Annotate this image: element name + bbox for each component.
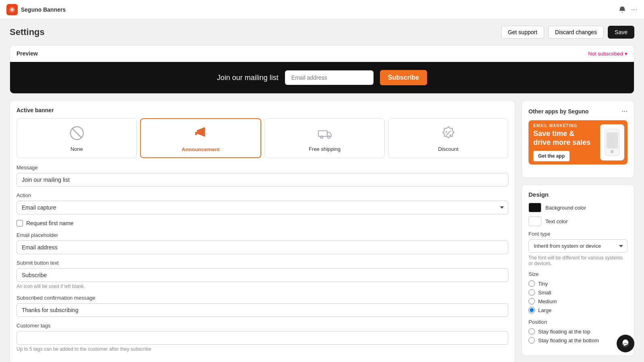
background-color-swatch[interactable] bbox=[528, 203, 541, 212]
preview-banner-text: Join our mailing list bbox=[217, 74, 279, 82]
size-group: Size Tiny Small Medium bbox=[528, 271, 627, 313]
banner-option-none[interactable]: None bbox=[17, 118, 137, 158]
main-content: Preview Not subscribed ▾ Join our mailin… bbox=[0, 45, 644, 362]
discard-changes-button[interactable]: Discard changes bbox=[548, 26, 604, 39]
customer-tags-input[interactable] bbox=[17, 331, 508, 345]
size-small-label[interactable]: Small bbox=[538, 290, 551, 296]
request-first-name-label[interactable]: Request first name bbox=[26, 220, 74, 226]
app-icon bbox=[6, 4, 18, 15]
message-input[interactable] bbox=[17, 173, 508, 187]
position-bottom-radio[interactable] bbox=[528, 337, 535, 343]
page-title: Settings bbox=[10, 27, 45, 37]
size-medium-radio[interactable] bbox=[528, 298, 535, 304]
left-column: Active banner None bbox=[10, 100, 515, 362]
svg-point-14 bbox=[625, 343, 626, 344]
size-tiny-option: Tiny bbox=[528, 280, 627, 287]
preview-email-input[interactable] bbox=[285, 70, 374, 85]
not-subscribed-button[interactable]: Not subscribed ▾ bbox=[588, 51, 627, 57]
get-support-button[interactable]: Get support bbox=[501, 26, 544, 39]
more-options-icon[interactable]: ··· bbox=[631, 6, 638, 13]
email-placeholder-input[interactable] bbox=[17, 241, 508, 254]
ads-banner: EMAIL MARKETING Save time & drive more s… bbox=[528, 120, 627, 165]
preview-header: Preview Not subscribed ▾ bbox=[10, 45, 634, 62]
font-type-group: Font type Inherit from system or device … bbox=[528, 231, 627, 266]
subscribed-confirmation-input[interactable] bbox=[17, 303, 508, 317]
size-small-radio[interactable] bbox=[528, 289, 535, 296]
text-color-label: Text color bbox=[545, 218, 568, 224]
size-large-label[interactable]: Large bbox=[538, 307, 551, 313]
request-first-name-group: Request first name bbox=[17, 220, 508, 226]
banner-option-free-shipping-label: Free shipping bbox=[309, 146, 341, 152]
banner-options: None Announcement bbox=[17, 118, 508, 158]
not-subscribed-label: Not subscribed bbox=[588, 51, 623, 57]
chevron-down-icon: ▾ bbox=[625, 51, 627, 57]
position-radio-group: Stay floating at the top Stay floating a… bbox=[528, 328, 627, 343]
notification-icon[interactable] bbox=[618, 6, 626, 14]
size-tiny-radio[interactable] bbox=[528, 280, 535, 287]
submit-button-text-input[interactable] bbox=[17, 268, 508, 282]
svg-rect-3 bbox=[318, 131, 327, 136]
free-shipping-icon bbox=[315, 123, 334, 143]
customer-tags-hint: Up to 5 tags can be added to the custome… bbox=[17, 346, 508, 352]
position-top-radio[interactable] bbox=[528, 328, 535, 335]
customer-tags-group: Customer tags Up to 5 tags can be added … bbox=[17, 323, 508, 352]
ads-headline: Save time & drive more sales bbox=[533, 130, 592, 147]
top-nav: Seguno Banners ··· bbox=[0, 0, 644, 19]
font-type-select[interactable]: Inherit from system or device Sans-serif… bbox=[528, 239, 627, 253]
message-label: Message bbox=[17, 165, 508, 171]
text-color-swatch[interactable] bbox=[528, 216, 541, 226]
ads-content: EMAIL MARKETING Save time & drive more s… bbox=[528, 120, 597, 165]
position-bottom-label[interactable]: Stay floating at the bottom bbox=[538, 337, 599, 343]
banner-option-announcement-label: Announcement bbox=[182, 146, 220, 152]
svg-point-4 bbox=[320, 136, 323, 138]
svg-point-6 bbox=[446, 131, 447, 133]
header-actions: Get support Discard changes Save bbox=[501, 26, 634, 39]
banner-option-free-shipping[interactable]: Free shipping bbox=[264, 118, 385, 158]
position-bottom-option: Stay floating at the bottom bbox=[528, 337, 627, 343]
message-group: Message bbox=[17, 165, 508, 187]
ads-get-app-button[interactable]: Get the app bbox=[533, 151, 570, 161]
preview-label: Preview bbox=[17, 50, 38, 57]
email-placeholder-group: Email placeholder bbox=[17, 232, 508, 254]
banner-option-discount[interactable]: Discount bbox=[388, 118, 508, 158]
size-medium-label[interactable]: Medium bbox=[538, 298, 557, 304]
banner-option-discount-label: Discount bbox=[438, 146, 458, 152]
preview-banner: Join our mailing list Subscribe bbox=[10, 62, 634, 93]
position-top-option: Stay floating at the top bbox=[528, 328, 627, 335]
design-card: Design Background color Text color Font … bbox=[522, 184, 634, 356]
action-select[interactable]: Email capture Link None bbox=[17, 201, 508, 214]
submit-button-text-label: Submit button text bbox=[17, 260, 508, 266]
preview-subscribe-button[interactable]: Subscribe bbox=[380, 70, 427, 85]
svg-point-11 bbox=[611, 150, 614, 153]
svg-line-2 bbox=[72, 128, 82, 138]
submit-button-text-group: Submit button text An icon will be used … bbox=[17, 260, 508, 289]
customer-tags-label: Customer tags bbox=[17, 323, 508, 329]
size-large-radio[interactable] bbox=[528, 307, 535, 313]
svg-rect-10 bbox=[607, 132, 618, 148]
top-nav-right: ··· bbox=[618, 6, 638, 14]
position-top-label[interactable]: Stay floating at the top bbox=[538, 329, 590, 335]
design-title: Design bbox=[528, 191, 627, 198]
background-color-label: Background color bbox=[545, 205, 586, 211]
size-label: Size bbox=[528, 271, 627, 277]
ads-phone-mockup bbox=[600, 124, 624, 160]
banner-option-none-label: None bbox=[70, 146, 83, 152]
discount-icon bbox=[439, 123, 458, 143]
background-color-row: Background color bbox=[528, 203, 627, 212]
app-title: Seguno Banners bbox=[21, 6, 66, 13]
size-tiny-label[interactable]: Tiny bbox=[538, 281, 548, 287]
subscribed-confirmation-group: Subscribed confirmation message bbox=[17, 295, 508, 317]
font-type-label: Font type bbox=[528, 231, 627, 237]
none-icon bbox=[67, 123, 87, 143]
request-first-name-checkbox[interactable] bbox=[17, 220, 23, 226]
two-col-layout: Active banner None bbox=[10, 100, 634, 362]
other-apps-header: Other apps by Seguno ··· bbox=[528, 107, 627, 115]
active-banner-title: Active banner bbox=[17, 107, 508, 113]
other-apps-more-button[interactable]: ··· bbox=[621, 107, 627, 115]
svg-point-15 bbox=[626, 343, 627, 344]
svg-point-13 bbox=[624, 343, 625, 344]
save-button[interactable]: Save bbox=[608, 26, 634, 39]
chat-bubble-button[interactable] bbox=[617, 335, 634, 352]
banner-option-announcement[interactable]: Announcement bbox=[140, 118, 261, 158]
size-radio-group: Tiny Small Medium Large bbox=[528, 280, 627, 313]
